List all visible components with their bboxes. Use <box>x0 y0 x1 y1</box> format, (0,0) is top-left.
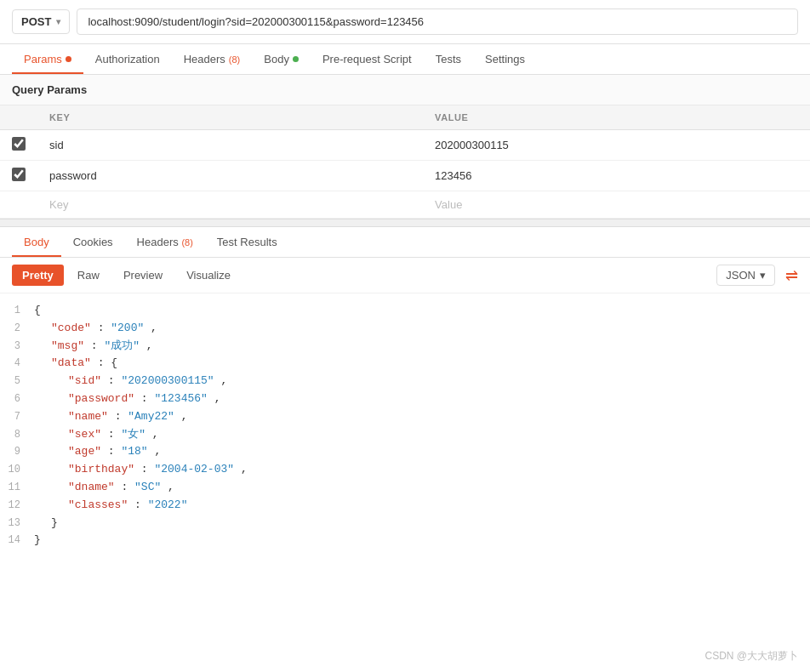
tab-headers[interactable]: Headers (8) <box>172 44 253 74</box>
col-value: VALUE <box>423 105 810 130</box>
response-tab-headers[interactable]: Headers (8) <box>125 227 205 257</box>
json-val-code: "200" <box>111 322 144 334</box>
line-content-11: "dname" : "SC" , <box>34 479 810 497</box>
json-key-msg: "msg" <box>51 339 84 352</box>
json-val-sid: "202000300115" <box>121 374 214 387</box>
row2-value: 123456 <box>435 169 471 182</box>
line-num-7: 7 <box>0 409 34 425</box>
response-tabs: Body Cookies Headers (8) Test Results <box>0 227 810 258</box>
json-line-9: 9 "age" : "18" , <box>0 443 810 461</box>
section-divider <box>0 219 810 227</box>
line-content-7: "name" : "Amy22" , <box>34 408 810 426</box>
method-label: POST <box>21 15 51 28</box>
row2-value-cell: 123456 <box>423 161 810 191</box>
json-line-13: 13 } <box>0 515 810 532</box>
headers-badge: (8) <box>229 54 240 65</box>
json-format-selector[interactable]: JSON ▾ <box>716 265 775 286</box>
line-num-8: 8 <box>0 427 34 443</box>
line-num-14: 14 <box>0 532 34 549</box>
json-val-name: "Amy22" <box>128 410 174 423</box>
response-headers-badge: (8) <box>181 237 192 248</box>
empty-row: Key Value <box>0 191 810 219</box>
json-line-10: 10 "birthday" : "2004-02-03" , <box>0 461 810 479</box>
format-visualize-button[interactable]: Visualize <box>176 265 241 286</box>
line-content-5: "sid" : "202000300115" , <box>34 373 810 390</box>
query-params-label: Query Params <box>12 83 87 96</box>
row2-key-cell: password <box>37 161 423 191</box>
line-content-9: "age" : "18" , <box>34 443 810 461</box>
url-input[interactable] <box>77 9 798 35</box>
response-tab-test-results-label: Test Results <box>217 236 277 248</box>
line-num-9: 9 <box>0 444 34 460</box>
method-selector[interactable]: POST ▾ <box>12 9 70 34</box>
line-num-12: 12 <box>0 498 34 514</box>
line-content-12: "classes" : "2022" <box>34 497 810 515</box>
tab-settings[interactable]: Settings <box>473 44 537 74</box>
line-num-10: 10 <box>0 462 34 478</box>
response-tab-body-label: Body <box>24 236 49 248</box>
tab-tests-label: Tests <box>436 53 461 65</box>
empty-check-cell <box>0 191 37 219</box>
json-val-sex: "女" <box>121 428 145 441</box>
line-num-5: 5 <box>0 373 34 390</box>
json-key-data: "data" <box>51 356 91 369</box>
url-bar: POST ▾ <box>0 0 810 44</box>
request-tabs: Params Authorization Headers (8) Body Pr… <box>0 44 810 75</box>
body-dot <box>293 56 299 62</box>
json-line-1: 1 { <box>0 302 810 320</box>
response-tab-cookies[interactable]: Cookies <box>61 227 125 257</box>
row1-check-cell <box>0 130 37 161</box>
response-tab-body[interactable]: Body <box>12 227 61 257</box>
tab-pre-request-label: Pre-request Script <box>322 53 412 65</box>
json-key-dname: "dname" <box>68 481 115 493</box>
row2-checkbox[interactable] <box>12 168 26 181</box>
json-line-14: 14 } <box>0 532 810 550</box>
json-line-11: 11 "dname" : "SC" , <box>0 479 810 497</box>
json-key-sex: "sex" <box>68 428 101 441</box>
response-tab-cookies-label: Cookies <box>73 236 113 248</box>
json-line-4: 4 "data" : { <box>0 355 810 373</box>
tab-settings-label: Settings <box>485 53 525 65</box>
row1-checkbox[interactable] <box>12 137 26 151</box>
response-tab-test-results[interactable]: Test Results <box>205 227 289 257</box>
wrap-button[interactable]: ⇌ <box>785 268 798 283</box>
response-tab-headers-label: Headers <box>137 236 179 248</box>
format-preview-button[interactable]: Preview <box>113 265 173 286</box>
tab-body[interactable]: Body <box>252 44 311 74</box>
table-row: password 123456 <box>0 161 810 191</box>
json-line-8: 8 "sex" : "女" , <box>0 426 810 444</box>
json-line-12: 12 "classes" : "2022" <box>0 497 810 515</box>
col-check <box>0 105 37 130</box>
empty-key-placeholder: Key <box>49 198 68 211</box>
empty-value-cell: Value <box>423 191 810 219</box>
json-val-classes: "2022" <box>148 498 188 511</box>
line-num-2: 2 <box>0 321 34 337</box>
tab-pre-request[interactable]: Pre-request Script <box>311 44 424 74</box>
tab-tests[interactable]: Tests <box>424 44 473 74</box>
tab-params[interactable]: Params <box>12 44 83 74</box>
json-val-age: "18" <box>121 445 147 458</box>
json-key-password: "password" <box>68 392 134 405</box>
json-format-chevron: ▾ <box>760 269 766 282</box>
json-val-dname: "SC" <box>134 481 161 493</box>
format-pretty-button[interactable]: Pretty <box>12 265 64 286</box>
line-num-6: 6 <box>0 391 34 407</box>
format-raw-button[interactable]: Raw <box>67 265 110 286</box>
json-output: 1 { 2 "code" : "200" , 3 "msg" : "成功" , … <box>0 293 810 558</box>
line-content-3: "msg" : "成功" , <box>34 338 810 356</box>
empty-key-cell: Key <box>37 191 423 219</box>
json-val-msg: "成功" <box>104 339 140 352</box>
tab-authorization[interactable]: Authorization <box>83 44 172 74</box>
line-content-6: "password" : "123456" , <box>34 390 810 408</box>
json-format-label: JSON <box>726 269 756 282</box>
json-key-name: "name" <box>68 410 108 423</box>
json-line-2: 2 "code" : "200" , <box>0 320 810 338</box>
row2-key: password <box>49 169 97 182</box>
line-num-4: 4 <box>0 356 34 372</box>
line-content-13: } <box>34 515 810 532</box>
line-num-1: 1 <box>0 303 34 319</box>
tab-params-label: Params <box>24 53 62 65</box>
json-key-birthday: "birthday" <box>68 463 134 476</box>
json-key-code: "code" <box>51 322 91 334</box>
json-val-password: "123456" <box>154 392 207 405</box>
